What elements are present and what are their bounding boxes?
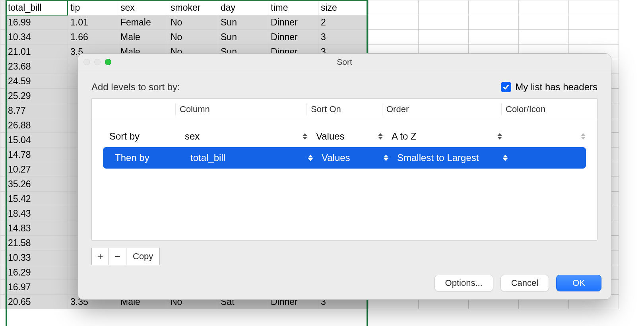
cell[interactable]: 26.88 <box>6 118 68 133</box>
column-header[interactable]: total_bill <box>6 0 68 15</box>
copy-level-button[interactable]: Copy <box>126 248 160 265</box>
cancel-button[interactable]: Cancel <box>500 275 549 291</box>
sorton-select[interactable]: Values <box>318 152 393 163</box>
cell[interactable]: 25.29 <box>6 89 68 103</box>
has-headers-label: My list has headers <box>515 82 597 93</box>
cell[interactable]: 10.33 <box>6 250 68 265</box>
cell[interactable]: 35.26 <box>6 177 68 192</box>
ok-button[interactable]: OK <box>556 275 601 291</box>
remove-level-button[interactable]: − <box>109 248 126 265</box>
cell[interactable]: 8.77 <box>6 103 68 118</box>
cell[interactable]: Female <box>118 15 168 30</box>
sort-levels-table: Column Sort On Order Color/Icon Sort bys… <box>91 98 597 241</box>
plus-icon: + <box>97 250 103 263</box>
cell[interactable]: 21.01 <box>6 45 68 59</box>
chevron-updown-icon <box>384 153 391 162</box>
cell[interactable]: Sun <box>218 15 268 30</box>
window-maximize-icon[interactable] <box>105 59 111 65</box>
cell[interactable]: 10.27 <box>6 162 68 177</box>
sort-level-label: Sort by <box>97 131 181 142</box>
chevron-updown-icon <box>308 153 315 162</box>
cell[interactable]: 15.42 <box>6 192 68 206</box>
cell[interactable]: 15.04 <box>6 133 68 147</box>
sorton-select[interactable]: Values <box>312 131 388 142</box>
cell[interactable]: 2 <box>318 15 369 30</box>
options-button[interactable]: Options... <box>435 275 493 291</box>
cell[interactable]: 10.34 <box>6 30 68 45</box>
cell[interactable]: 21.58 <box>6 236 68 250</box>
cell[interactable]: 16.97 <box>6 280 68 295</box>
window-minimize-icon[interactable] <box>94 59 101 65</box>
order-select[interactable]: Smallest to Largest <box>393 152 512 163</box>
col-header-sorton: Sort On <box>306 103 382 115</box>
chevron-updown-icon <box>586 153 594 162</box>
cell[interactable]: 3 <box>318 30 369 45</box>
column-select[interactable]: total_bill <box>186 152 318 163</box>
minus-icon: − <box>114 250 120 263</box>
chevron-updown-icon <box>503 153 510 162</box>
add-level-button[interactable]: + <box>91 248 109 265</box>
column-header[interactable]: size <box>318 0 369 15</box>
sort-dialog: Sort Add levels to sort by: My list has … <box>78 53 611 300</box>
cell[interactable]: No <box>168 30 218 45</box>
dialog-titlebar: Sort <box>78 54 611 70</box>
sort-level-label: Then by <box>103 152 186 163</box>
col-header-column: Column <box>175 103 306 115</box>
col-header-color: Color/Icon <box>501 103 585 115</box>
column-header[interactable]: time <box>268 0 318 15</box>
checkmark-icon <box>501 82 511 92</box>
has-headers-checkbox[interactable]: My list has headers <box>501 82 597 93</box>
cell[interactable]: 14.83 <box>6 221 68 236</box>
cell[interactable]: 1.66 <box>68 30 118 45</box>
column-select[interactable]: sex <box>181 131 312 142</box>
add-levels-label: Add levels to sort by: <box>91 82 180 93</box>
cell[interactable]: 23.68 <box>6 59 68 74</box>
sort-level-row[interactable]: Sort bysexValuesA to Z <box>97 126 592 147</box>
dialog-title: Sort <box>78 57 611 67</box>
cell[interactable]: 20.65 <box>6 295 68 309</box>
cell[interactable]: Dinner <box>268 15 318 30</box>
sort-level-row[interactable]: Then bytotal_billValuesSmallest to Large… <box>103 147 586 169</box>
cell[interactable]: 16.99 <box>6 15 68 30</box>
column-header[interactable]: tip <box>68 0 118 15</box>
cell[interactable]: Dinner <box>268 30 318 45</box>
chevron-updown-icon <box>303 132 310 141</box>
chevron-updown-icon <box>378 132 385 141</box>
cell[interactable]: No <box>168 15 218 30</box>
cell[interactable]: Sun <box>218 30 268 45</box>
cell[interactable]: 14.78 <box>6 147 68 162</box>
column-header[interactable]: sex <box>118 0 168 15</box>
col-header-order: Order <box>382 103 501 115</box>
cell[interactable]: 24.59 <box>6 74 68 89</box>
cell[interactable]: 1.01 <box>68 15 118 30</box>
chevron-updown-icon <box>581 132 588 141</box>
chevron-updown-icon <box>497 132 504 141</box>
order-select[interactable]: A to Z <box>388 131 507 142</box>
column-header[interactable]: day <box>218 0 268 15</box>
window-close-icon[interactable] <box>83 59 90 65</box>
cell[interactable]: Male <box>118 30 168 45</box>
column-header[interactable]: smoker <box>168 0 218 15</box>
cell[interactable]: 18.43 <box>6 206 68 221</box>
cell[interactable]: 16.29 <box>6 265 68 280</box>
